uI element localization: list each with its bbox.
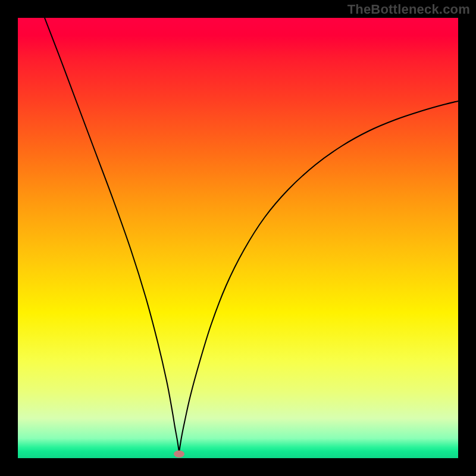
watermark-text: TheBottleneck.com: [347, 2, 470, 17]
curve-svg: [18, 18, 458, 458]
curve-right-segment: [179, 101, 458, 452]
plot-area: [18, 18, 458, 458]
outer-frame: TheBottleneck.com: [0, 0, 476, 476]
curve-left-segment: [45, 18, 179, 452]
min-marker: [174, 450, 184, 458]
